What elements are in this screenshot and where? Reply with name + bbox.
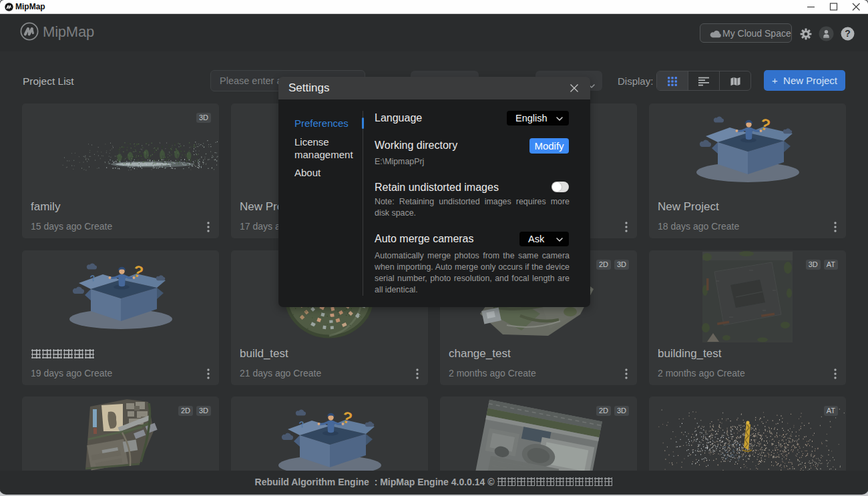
svg-text:?: ?: [89, 273, 97, 284]
svg-text:?: ?: [298, 419, 306, 430]
svg-text:?: ?: [845, 28, 851, 39]
